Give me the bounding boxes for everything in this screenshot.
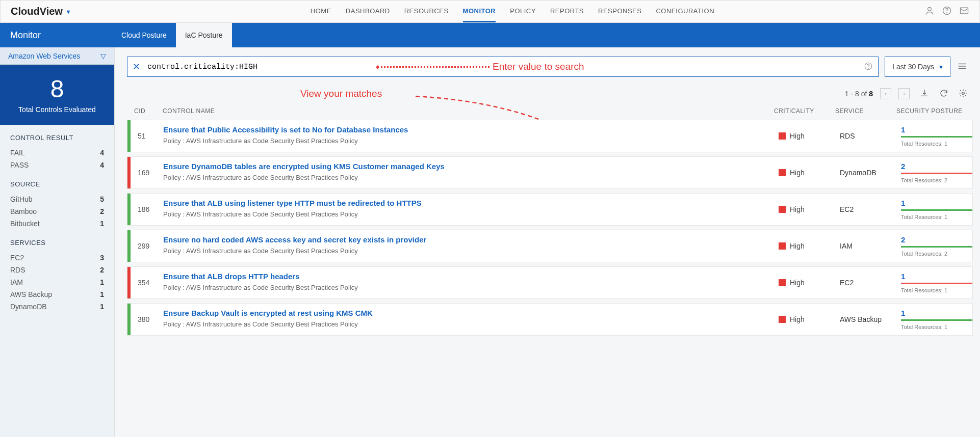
metric-label: Total Controls Evaluated [0,105,114,114]
date-range-label: Last 30 Days [892,63,934,71]
facet-item[interactable]: AWS Backup1 [10,288,104,301]
table-row[interactable]: 51Ensure that Public Accessibility is se… [127,120,973,152]
cell-cid: 354 [131,267,163,298]
control-link[interactable]: Ensure that Public Accessibility is set … [163,125,408,134]
control-link[interactable]: Ensure Backup Vault is encrypted at rest… [163,309,373,317]
cell-criticality: High [779,120,840,152]
nav-home[interactable]: HOME [311,1,331,22]
subtabs: Cloud PostureIaC Posture [112,23,232,47]
criticality-indicator-icon [779,242,786,250]
policy-label: Policy : AWS Infrastructure as Code Secu… [163,247,773,255]
nav-resources[interactable]: RESOURCES [404,1,449,22]
nav-policy[interactable]: POLICY [510,1,536,22]
table-row[interactable]: 299Ensure no hard coded AWS access key a… [127,230,973,262]
posture-count: 2 [901,162,972,171]
col-name: CONTROL NAME [163,107,774,115]
prev-page-button[interactable]: ‹ [880,88,891,99]
nav-responses[interactable]: RESPONSES [598,1,641,22]
table-row[interactable]: 380Ensure Backup Vault is encrypted at r… [127,303,973,336]
control-link[interactable]: Ensure that ALB drops HTTP headers [163,272,300,281]
facet-item[interactable]: PASS4 [10,159,104,171]
chevron-down-icon: ▾ [939,63,943,71]
cloud-selector[interactable]: Amazon Web Services ▽ [0,47,114,65]
download-icon[interactable] [920,89,929,99]
posture-count: 1 [901,199,972,207]
nav-reports[interactable]: REPORTS [550,1,584,22]
control-link[interactable]: Ensure that ALB using listener type HTTP… [163,199,422,207]
table-row[interactable]: 169Ensure DynamoDB tables are encrypted … [127,156,973,189]
policy-label: Policy : AWS Infrastructure as Code Secu… [163,210,773,218]
nav-configuration[interactable]: CONFIGURATION [656,1,714,22]
cell-posture: 1Total Resources: 1 [901,120,972,152]
cell-service: IAM [840,230,901,262]
date-range-selector[interactable]: Last 30 Days ▾ [885,57,950,77]
posture-count: 1 [901,125,972,134]
svg-point-9 [962,92,965,94]
svg-point-2 [947,13,947,13]
posture-count: 1 [901,309,972,317]
user-icon[interactable] [924,6,935,17]
settings-gear-icon[interactable] [959,89,968,99]
refresh-icon[interactable] [939,89,948,99]
facet-group-source: SOURCE [10,180,104,188]
nav-dashboard[interactable]: DASHBOARD [346,1,390,22]
posture-total: Total Resources: 2 [901,251,972,257]
cell-posture: 2Total Resources: 2 [901,157,972,188]
facet-item[interactable]: IAM1 [10,276,104,288]
posture-count: 1 [901,272,972,281]
facet-group-control-result: CONTROL RESULT [10,134,104,142]
dropdown-icon: ▽ [100,52,106,60]
main-nav: HOMEDASHBOARDRESOURCESMONITORPOLICYREPOR… [100,1,924,22]
svg-point-5 [868,68,869,68]
clear-search-icon[interactable]: ✕ [133,61,140,72]
col-post: SECURITY POSTURE [896,107,968,115]
cloud-selector-label: Amazon Web Services [8,52,80,60]
policy-label: Policy : AWS Infrastructure as Code Secu… [163,320,773,328]
cell-cid: 299 [131,230,163,262]
metric-card: 8 Total Controls Evaluated [0,65,114,125]
brand-label: CloudView [11,6,63,17]
posture-bar [901,246,972,248]
search-container: ✕ Enter value to search [127,57,879,77]
facet-item[interactable]: GitHub5 [10,193,104,205]
posture-bar [901,319,972,321]
facet-item[interactable]: Bitbucket1 [10,217,104,230]
search-input[interactable] [147,63,362,71]
facet-item[interactable]: Bamboo2 [10,205,104,217]
brand-dropdown[interactable]: CloudView ▾ [11,6,70,17]
cell-posture: 1Total Resources: 1 [901,304,972,335]
criticality-indicator-icon [779,132,786,140]
criticality-indicator-icon [779,206,786,213]
facet-item[interactable]: RDS2 [10,264,104,276]
table-row[interactable]: 186Ensure that ALB using listener type H… [127,193,973,226]
help-icon[interactable] [942,6,952,17]
search-help-icon[interactable] [864,62,873,72]
nav-monitor[interactable]: MONITOR [463,1,496,22]
facet-item[interactable]: FAIL4 [10,147,104,159]
results-list: 51Ensure that Public Accessibility is se… [115,120,977,437]
facet-item[interactable]: DynamoDB1 [10,301,104,313]
panel-toggle-icon[interactable] [957,61,968,73]
posture-total: Total Resources: 2 [901,177,972,183]
policy-label: Policy : AWS Infrastructure as Code Secu… [163,174,773,181]
chevron-down-icon: ▾ [67,8,70,15]
facet-item[interactable]: EC23 [10,252,104,264]
table-header: CID CONTROL NAME CRITICALITY SERVICE SEC… [115,103,980,120]
control-link[interactable]: Ensure no hard coded AWS access key and … [163,235,426,244]
cell-posture: 2Total Resources: 2 [901,230,972,262]
tab-cloud-posture[interactable]: Cloud Posture [112,23,176,47]
table-row[interactable]: 354Ensure that ALB drops HTTP headersPol… [127,266,973,299]
mail-icon[interactable] [959,6,969,17]
cell-service: EC2 [840,267,901,298]
control-link[interactable]: Ensure DynamoDB tables are encrypted usi… [163,162,445,171]
criticality-indicator-icon [779,316,786,323]
posture-total: Total Resources: 1 [901,324,972,330]
posture-count: 2 [901,235,972,244]
next-page-button[interactable]: › [898,88,910,99]
cell-criticality: High [779,304,840,335]
criticality-indicator-icon [779,169,786,176]
cell-criticality: High [779,230,840,262]
tab-iac-posture[interactable]: IaC Posture [176,23,232,47]
cell-service: DynamoDB [840,157,901,188]
cell-service: EC2 [840,194,901,225]
